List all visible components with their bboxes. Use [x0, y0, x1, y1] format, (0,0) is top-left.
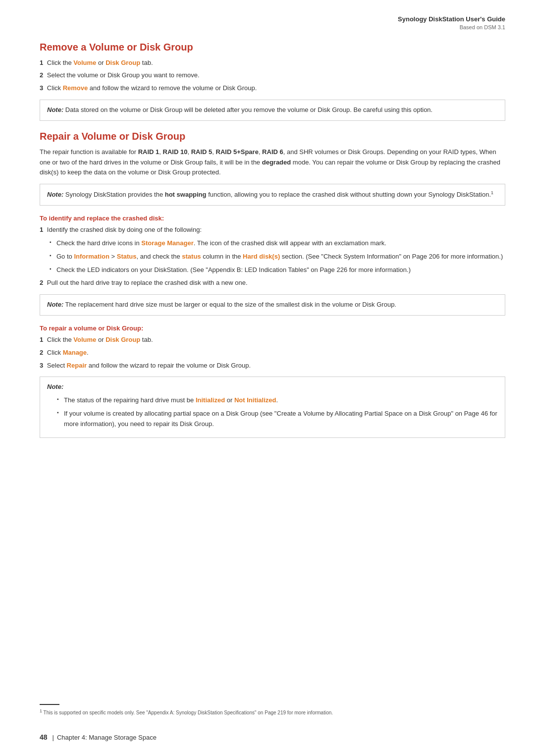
- volume-link-1: Volume: [73, 59, 96, 66]
- remove-step-3: 3 Click Remove and follow the wizard to …: [40, 83, 505, 94]
- note-only-label: Note:: [47, 382, 498, 392]
- bullet-storage-manager: Check the hard drive icons in Storage Ma…: [50, 238, 505, 249]
- repair-note3-bullets: The status of the repairing hard drive m…: [47, 395, 498, 429]
- raid5spare: RAID 5+Spare: [216, 148, 259, 156]
- identify-bullets: Check the hard drive icons in Storage Ma…: [40, 238, 505, 275]
- diskgroup-link-2: Disk Group: [106, 336, 140, 343]
- page-number: 48: [40, 733, 48, 741]
- diskgroup-link-1: Disk Group: [106, 59, 140, 66]
- guide-title: Synology DiskStation User's Guide: [40, 15, 505, 24]
- identify-step-2: 2 Pull out the hard drive tray to replac…: [40, 278, 505, 288]
- repair-note3-bullet-2: If your volume is created by allocating …: [57, 409, 498, 430]
- remove-note-text: Data stored on the volume or Disk Group …: [65, 106, 432, 113]
- note-label-4: Note:: [47, 383, 63, 390]
- identify-step-num-2: 2: [40, 279, 43, 286]
- manage-link: Manage: [63, 349, 87, 356]
- repair-step-2: 2 Click Manage.: [40, 348, 505, 358]
- repair-note-box-3: Note: The status of the repairing hard d…: [40, 377, 505, 437]
- volume-link-2: Volume: [73, 336, 96, 343]
- section-remove: Remove a Volume or Disk Group 1 Click th…: [40, 42, 505, 121]
- repair-step-3-text: Select Repair and follow the wizard to r…: [47, 362, 251, 369]
- page: Synology DiskStation User's Guide Based …: [0, 0, 535, 756]
- repair-note-box-1: Note: Synology DiskStation provides the …: [40, 184, 505, 206]
- identify-subheading: To identify and replace the crashed disk…: [40, 215, 505, 222]
- repair-note-box-2: Note: The replacement hard drive size mu…: [40, 294, 505, 316]
- remove-step-3-text: Click Remove and follow the wizard to re…: [47, 84, 257, 92]
- footnote-divider: [40, 704, 59, 705]
- raid10: RAID 10: [163, 148, 188, 156]
- remove-step-2-text: Select the volume or Disk Group you want…: [47, 71, 200, 79]
- remove-step-2: 2 Select the volume or Disk Group you wa…: [40, 70, 505, 81]
- identify-step-1-text: Identify the crashed disk by doing one o…: [47, 226, 202, 233]
- repair-note1-text: Synology DiskStation provides the hot sw…: [65, 191, 493, 198]
- note-label-2: Note:: [47, 191, 63, 198]
- bullet-led: Check the LED indicators on your DiskSta…: [50, 265, 505, 275]
- repair-step-2-text: Click Manage.: [47, 349, 89, 356]
- footnote-ref-1: 1: [491, 190, 493, 195]
- status-col-link: status: [182, 253, 201, 260]
- page-footer: 48 | Chapter 4: Manage Storage Space: [40, 733, 505, 741]
- degraded-text: degraded: [262, 159, 291, 166]
- repair-intro: The repair function is available for RAI…: [40, 147, 505, 178]
- identify-step-2-text: Pull out the hard drive tray to replace …: [47, 279, 248, 286]
- step-num-2: 2: [40, 71, 43, 79]
- not-initialized-link: Not Initialized: [234, 396, 276, 404]
- repair-step-3: 3 Select Repair and follow the wizard to…: [40, 361, 505, 371]
- footnote-content: This is supported on specific models onl…: [42, 710, 333, 715]
- footer-separator: |: [53, 734, 54, 741]
- status-link: Status: [117, 253, 137, 260]
- note-label-3: Note:: [47, 301, 63, 308]
- repair-step-1: 1 Click the Volume or Disk Group tab.: [40, 335, 505, 345]
- raid5: RAID 5: [191, 148, 213, 156]
- repair-subheading: To repair a volume or Disk Group:: [40, 324, 505, 332]
- footnote-section: 1 This is supported on specific models o…: [40, 704, 505, 716]
- repair-step-num-3: 3: [40, 362, 43, 369]
- hotswap-text: hot swapping: [165, 191, 207, 198]
- section-repair: Repair a Volume or Disk Group The repair…: [40, 131, 505, 438]
- section-remove-title: Remove a Volume or Disk Group: [40, 42, 505, 53]
- repair-step-num-1: 1: [40, 336, 43, 343]
- repair-step-num-2: 2: [40, 349, 43, 356]
- storage-manager-link: Storage Manager: [141, 239, 193, 247]
- remove-step-1: 1 Click the Volume or Disk Group tab.: [40, 58, 505, 68]
- identify-step-num-1: 1: [40, 226, 43, 233]
- raid1: RAID 1: [138, 148, 160, 156]
- identify-steps-list: 1 Identify the crashed disk by doing one…: [40, 225, 505, 288]
- remove-step-1-text: Click the Volume or Disk Group tab.: [47, 59, 153, 66]
- guide-subtitle: Based on DSM 3.1: [40, 24, 505, 31]
- step-num-3: 3: [40, 84, 43, 92]
- page-header: Synology DiskStation User's Guide Based …: [40, 15, 505, 32]
- repair-note2-text: The replacement hard drive size must be …: [65, 301, 396, 308]
- repair-note3-bullet-1: The status of the repairing hard drive m…: [57, 395, 498, 406]
- chapter-label: Chapter 4: Manage Storage Space: [57, 734, 157, 741]
- repair-link: Repair: [67, 362, 87, 369]
- identify-step-1: 1 Identify the crashed disk by doing one…: [40, 225, 505, 275]
- repair-step-1-text: Click the Volume or Disk Group tab.: [47, 336, 153, 343]
- step-num-1: 1: [40, 59, 43, 66]
- section-repair-title: Repair a Volume or Disk Group: [40, 131, 505, 142]
- bullet-information-status: Go to Information > Status, and check th…: [50, 252, 505, 262]
- remove-link: Remove: [63, 84, 88, 92]
- information-link: Information: [74, 253, 109, 260]
- harddisks-link: Hard disk(s): [243, 253, 280, 260]
- footnote-text: 1 This is supported on specific models o…: [40, 708, 505, 716]
- note-label-1: Note:: [47, 106, 63, 113]
- remove-steps-list: 1 Click the Volume or Disk Group tab. 2 …: [40, 58, 505, 94]
- initialized-link: Initialized: [196, 396, 225, 404]
- repair-steps-list: 1 Click the Volume or Disk Group tab. 2 …: [40, 335, 505, 371]
- remove-note-box: Note: Data stored on the volume or Disk …: [40, 100, 505, 121]
- raid6: RAID 6: [262, 148, 283, 156]
